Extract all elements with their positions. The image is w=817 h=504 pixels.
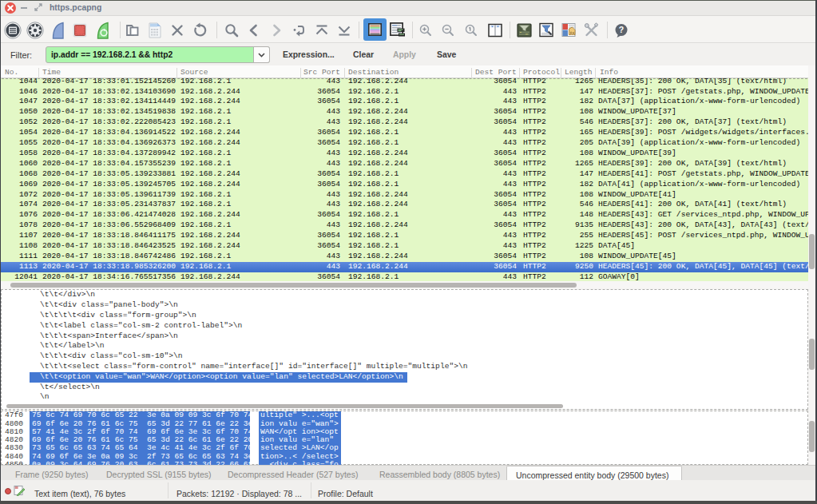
svg-text:?: ? xyxy=(619,25,624,34)
